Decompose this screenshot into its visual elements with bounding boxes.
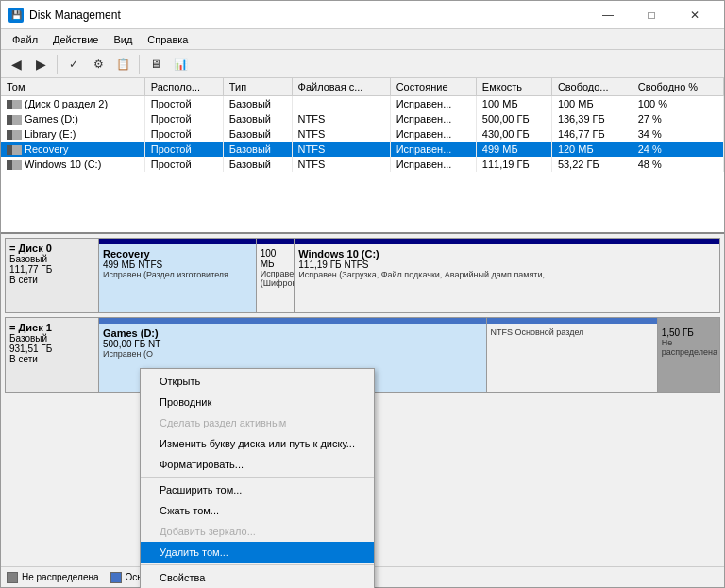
toolbar-btn-3[interactable]: 📋 [111,53,134,76]
context-menu-item[interactable]: Открыть [141,371,374,392]
menu-help[interactable]: Справка [140,32,195,47]
context-menu-separator [141,477,374,478]
menu-view[interactable]: Вид [106,32,140,47]
table-row[interactable]: (Диск 0 раздел 2) Простой Базовый Исправ… [1,96,724,112]
toolbar-btn-4[interactable]: 🖥 [144,53,167,76]
partition-size: 500,00 ГБ NT [103,339,482,349]
context-menu-item[interactable]: Форматировать... [141,454,374,475]
back-button[interactable]: ◀ [5,53,27,76]
toolbar-btn-1[interactable]: ✓ [62,53,85,76]
cell-name: Games (D:) [1,111,144,126]
partition[interactable]: Windows 10 (C:) 111,19 ГБ NTFS Исправен … [295,239,719,312]
table-header-row: Том Располо... Тип Файловая с... Состоян… [1,78,724,96]
partition-size: 1,50 ГБ [662,328,716,338]
cell-free: 53,22 ГБ [551,157,632,172]
legend-box-primary [110,572,122,583]
context-menu-item[interactable]: Проводник [141,392,374,412]
cell-fs: NTFS [292,157,390,172]
partition-status: Исправен (Шифрован- [261,269,291,288]
cell-status: Исправен... [390,111,476,126]
disk-label: = Диск 0 Базовый 111,77 ГБ В сети [5,238,99,313]
partition[interactable]: Recovery 499 МБ NTFS Исправен (Раздел из… [99,239,257,312]
context-menu-item[interactable]: Расширить том... [141,479,374,500]
cell-size: 100 МБ [476,96,551,112]
cell-free: 100 МБ [551,96,632,112]
forward-button[interactable]: ▶ [29,53,52,76]
partition-status: NTFS Основной раздел [491,328,653,337]
partition[interactable]: 100 МБ Исправен (Шифрован- [257,239,295,312]
toolbar-btn-5[interactable]: 📊 [169,53,192,76]
menubar: Файл Действие Вид Справка [1,29,724,50]
disk-partitions: Recovery 499 МБ NTFS Исправен (Раздел из… [99,238,720,313]
cell-freepct: 48 % [632,157,723,172]
volume-icon [7,115,22,125]
cell-fs: NTFS [292,126,390,142]
disk-status: В сети [9,354,94,364]
context-menu-item: Добавить зеркало... [141,521,374,542]
table-row[interactable]: Recovery Простой Базовый NTFS Исправен..… [1,142,724,157]
context-menu-item[interactable]: Сжать том... [141,500,374,521]
col-header-location[interactable]: Располо... [144,78,223,96]
cell-location: Простой [144,142,223,157]
window-title: Disk Management [29,8,586,22]
disk-name: = Диск 1 [9,322,94,333]
cell-type: Базовый [223,126,292,142]
toolbar: ◀ ▶ ✓ ⚙ 📋 🖥 📊 [1,50,724,78]
cell-size: 430,00 ГБ [476,126,551,142]
table-row[interactable]: Games (D:) Простой Базовый NTFS Исправен… [1,111,724,126]
context-menu-item[interactable]: Удалить том... [141,542,374,563]
volume-icon [7,130,22,140]
partition[interactable]: 1,50 ГБ Не распределена [658,318,719,392]
disk-row: = Диск 0 Базовый 111,77 ГБ В сети Recove… [5,238,720,313]
cell-location: Простой [144,111,223,126]
disk-size: 111,77 ГБ [9,264,94,275]
volume-icon [7,145,22,155]
toolbar-btn-2[interactable]: ⚙ [87,53,110,76]
table-row[interactable]: Library (E:) Простой Базовый NTFS Исправ… [1,126,724,142]
cell-free: 120 МБ [551,142,632,157]
menu-file[interactable]: Файл [5,32,45,47]
col-header-status[interactable]: Состояние [390,78,476,96]
cell-type: Базовый [223,157,292,172]
window-controls: — □ ✕ [586,1,717,29]
cell-freepct: 24 % [632,142,723,157]
context-menu: ОткрытьПроводникСделать раздел активнымИ… [140,368,375,588]
cell-name: Windows 10 (C:) [1,157,144,172]
disk-type: Базовый [9,254,94,264]
cell-fs: NTFS [292,142,390,157]
cell-location: Простой [144,126,223,142]
disk-name: = Диск 0 [9,243,94,254]
cell-freepct: 27 % [632,111,723,126]
menu-action[interactable]: Действие [45,32,106,47]
col-header-name[interactable]: Том [1,78,144,96]
cell-free: 136,39 ГБ [551,111,632,126]
partition-size: 111,19 ГБ NTFS [298,260,716,270]
cell-status: Исправен... [390,142,476,157]
context-menu-item[interactable]: Изменить букву диска или путь к диску... [141,433,374,454]
maximize-button[interactable]: □ [630,1,673,29]
partition-name: Games (D:) [103,328,482,339]
cell-name: (Диск 0 раздел 2) [1,96,144,112]
cell-type: Базовый [223,111,292,126]
volume-table: Том Располо... Тип Файловая с... Состоян… [1,78,724,172]
context-menu-item[interactable]: Свойства [141,567,374,588]
cell-name: Recovery [1,142,144,157]
partition-name: Recovery [103,248,252,260]
col-header-type[interactable]: Тип [223,78,292,96]
cell-name: Library (E:) [1,126,144,142]
close-button[interactable]: ✕ [673,1,717,29]
volume-table-area: Том Располо... Тип Файловая с... Состоян… [1,78,724,234]
cell-type: Базовый [223,142,292,157]
col-header-size[interactable]: Емкость [476,78,551,96]
minimize-button[interactable]: — [586,1,630,29]
partition[interactable]: NTFS Основной раздел [487,318,658,392]
col-header-freepct[interactable]: Свободно % [632,78,723,96]
partition-name: Windows 10 (C:) [298,248,716,260]
cell-location: Простой [144,96,223,112]
col-header-fs[interactable]: Файловая с... [292,78,390,96]
partition-status: Исправен (Загрузка, Файл подкачки, Авари… [298,270,716,279]
cell-size: 500,00 ГБ [476,111,551,126]
col-header-free[interactable]: Свободо... [551,78,632,96]
table-row[interactable]: Windows 10 (C:) Простой Базовый NTFS Исп… [1,157,724,172]
cell-status: Исправен... [390,96,476,112]
